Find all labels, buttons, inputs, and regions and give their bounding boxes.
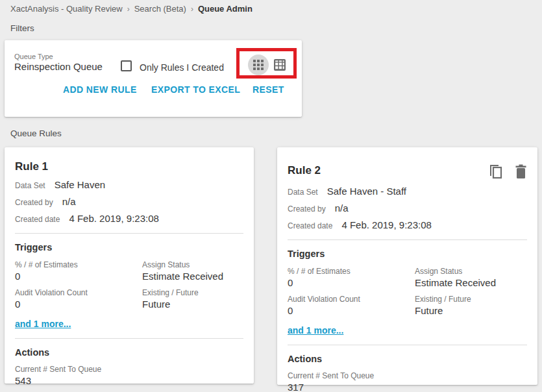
assign-status-label: Assign Status (415, 267, 527, 276)
created-by-label: Created by (288, 204, 326, 214)
and-more-link[interactable]: and 1 more... (15, 319, 71, 329)
copy-rule-button[interactable] (489, 164, 503, 180)
created-by-value: n/a (62, 196, 76, 207)
only-rules-checkbox[interactable] (121, 60, 132, 71)
audit-violation-value: 0 (288, 305, 415, 316)
grid-view-toggle-button[interactable] (248, 55, 269, 75)
current-sent-value: 317 (288, 382, 527, 392)
breadcrumb: XactAnalysis - Quality Review › Search (… (10, 4, 253, 14)
rule-title: Rule 2 (288, 164, 321, 177)
delete-rule-button[interactable] (515, 164, 527, 180)
created-date-value: 4 Feb. 2019, 9:23:08 (341, 219, 431, 230)
triggers-heading: Triggers (15, 242, 243, 252)
audit-violation-label: Audit Violation Count (288, 295, 415, 304)
existing-future-label: Existing / Future (415, 295, 527, 304)
data-set-label: Data Set (288, 188, 318, 197)
breadcrumb-separator-icon: › (127, 5, 130, 14)
breadcrumb-quality-review[interactable]: XactAnalysis - Quality Review (10, 4, 123, 14)
filters-section-label: Filters (10, 23, 34, 33)
created-by-label: Created by (15, 198, 53, 207)
rule-title: Rule 1 (15, 160, 48, 173)
assign-status-label: Assign Status (142, 260, 243, 269)
current-sent-value: 543 (15, 375, 243, 386)
queue-rules-section-label: Queue Rules (10, 129, 62, 138)
existing-future-label: Existing / Future (142, 288, 243, 297)
created-by-value: n/a (335, 202, 349, 214)
data-set-label: Data Set (15, 181, 45, 190)
created-date-value: 4 Feb. 2019, 9:23:08 (69, 213, 158, 224)
breadcrumb-search-beta[interactable]: Search (Beta) (134, 4, 186, 14)
estimates-label: % / # of Estimates (288, 267, 415, 276)
current-sent-label: Current # Sent To Queue (288, 371, 527, 380)
divider (15, 338, 243, 339)
assign-status-value: Estimate Received (142, 271, 243, 282)
queue-admin-screen: XactAnalysis - Quality Review › Search (… (0, 0, 542, 392)
table-view-icon (273, 58, 286, 71)
divider (15, 233, 243, 234)
estimates-label: % / # of Estimates (15, 260, 142, 269)
triggers-heading: Triggers (288, 249, 527, 259)
created-date-label: Created date (288, 221, 332, 230)
audit-violation-label: Audit Violation Count (15, 288, 142, 297)
rule-card: Rule 1 Data Set Safe Haven Created by n/… (5, 147, 254, 384)
grid-view-icon (253, 60, 264, 70)
divider (288, 345, 527, 345)
data-set-value: Safe Haven (55, 179, 105, 190)
add-new-rule-button[interactable]: ADD NEW RULE (63, 84, 137, 95)
estimates-value: 0 (288, 277, 415, 288)
assign-status-value: Estimate Received (415, 277, 527, 288)
actions-heading: Actions (15, 347, 243, 358)
existing-future-value: Future (415, 305, 527, 316)
and-more-link[interactable]: and 1 more... (288, 325, 343, 336)
breadcrumb-separator-icon: › (191, 5, 193, 14)
current-sent-label: Current # Sent To Queue (15, 365, 243, 374)
breadcrumb-queue-admin: Queue Admin (198, 4, 253, 14)
audit-violation-value: 0 (15, 299, 142, 310)
divider (288, 239, 527, 240)
data-set-value: Safe Haven - Staff (327, 186, 406, 197)
rule-card: Rule 2 (277, 147, 537, 385)
copy-icon (489, 164, 503, 180)
reset-button[interactable]: RESET (253, 84, 284, 95)
table-view-toggle-button[interactable] (273, 58, 286, 71)
queue-type-select[interactable]: Reinspection Queue (14, 61, 103, 72)
export-to-excel-button[interactable]: EXPORT TO EXCEL (151, 84, 240, 95)
trash-icon (515, 164, 527, 180)
only-rules-checkbox-label: Only Rules I Created (140, 62, 224, 73)
queue-type-label: Queue Type (14, 53, 53, 60)
existing-future-value: Future (142, 299, 243, 310)
created-date-label: Created date (15, 215, 60, 224)
actions-heading: Actions (288, 354, 527, 364)
filters-panel: Queue Type Reinspection Queue Only Rules… (5, 40, 302, 117)
estimates-value: 0 (15, 271, 142, 282)
